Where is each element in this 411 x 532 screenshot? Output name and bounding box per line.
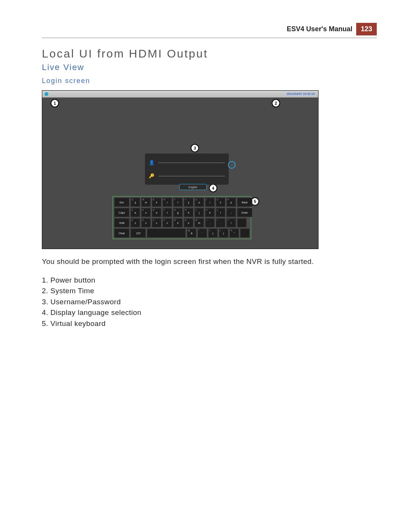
keyboard-key[interactable]: )] — [219, 228, 228, 238]
kb-row-4: Clear123&@'*([)]"% — [114, 228, 250, 238]
callout-3: 3 — [191, 144, 199, 152]
page-header: ESV4 User's Manual 123 — [42, 23, 377, 35]
manual-title: ESV4 User's Manual — [287, 25, 356, 33]
callout-list: 1. Power button 2. System Time 3. Userna… — [42, 275, 377, 329]
language-value: English — [189, 186, 198, 189]
keyboard-key[interactable]: dD — [152, 208, 161, 217]
keyboard-key[interactable]: zZ — [131, 218, 140, 227]
window-top-bar — [42, 91, 318, 97]
keyboard-key[interactable]: ,< — [205, 218, 215, 227]
keyboard-key[interactable]: lL — [216, 208, 225, 217]
keyboard-key[interactable]: &@ — [187, 228, 196, 238]
keyboard-key[interactable]: Back — [237, 198, 252, 207]
list-item: 5. Virtual keyboard — [42, 318, 377, 329]
kb-row-2: CapsaAsSdDfFgGhHjJkKlL;:Enter — [114, 208, 250, 217]
keyboard-key[interactable]: Caps — [114, 208, 129, 217]
keyboard-key[interactable]: Clear — [114, 228, 129, 238]
keyboard-key[interactable]: oO — [216, 198, 225, 207]
key-icon: 🔑 — [149, 173, 155, 179]
keyboard-key[interactable]: Shift — [114, 218, 129, 227]
password-field[interactable] — [158, 176, 225, 176]
keyboard-key[interactable] — [240, 228, 250, 238]
kb-row-1: EscqQwWeErRtTyYuUiIoOpPBack — [114, 198, 250, 207]
keyboard-key[interactable]: iI — [205, 198, 215, 207]
callout-4: 4 — [209, 184, 217, 192]
keyboard-key[interactable]: xX — [141, 218, 151, 227]
virtual-keyboard: EscqQwWeErRtTyYuUiIoOpPBack CapsaAsSdDfF… — [113, 196, 251, 239]
keyboard-key[interactable] — [237, 218, 247, 227]
subsection-title: Live View — [42, 62, 377, 72]
keyboard-key[interactable]: aA — [131, 208, 140, 217]
intro-paragraph: You should be prompted with the login sc… — [42, 257, 377, 267]
keyboard-key[interactable] — [147, 228, 186, 238]
system-time: 2012/03/07 19:32:14 — [286, 92, 316, 96]
keyboard-key[interactable]: ;: — [226, 208, 236, 217]
user-icon: 👤 — [149, 160, 155, 165]
keyboard-key[interactable]: yY — [184, 198, 193, 207]
keyboard-key[interactable]: fF — [162, 208, 172, 217]
list-item: 4. Display language selection — [42, 307, 377, 318]
keyboard-key[interactable]: sS — [141, 208, 151, 217]
keyboard-key[interactable]: pP — [226, 198, 236, 207]
keyboard-key[interactable]: mM — [194, 218, 204, 227]
keyboard-key[interactable]: kK — [205, 208, 215, 217]
callout-2: 2 — [272, 99, 280, 107]
keyboard-key[interactable]: /? — [226, 218, 236, 227]
language-select[interactable]: English — [179, 184, 207, 190]
keyboard-key[interactable]: uU — [194, 198, 204, 207]
username-field[interactable] — [158, 162, 225, 163]
keyboard-key[interactable]: jJ — [194, 208, 204, 217]
keyboard-key[interactable]: eE — [152, 198, 161, 207]
kb-row-3: ShiftzZxXcCvVbBnNmM,<.>/? — [114, 218, 250, 227]
keyboard-key[interactable]: "% — [229, 228, 239, 238]
keyboard-key[interactable]: Enter — [237, 208, 252, 217]
keyboard-key[interactable]: bB — [173, 218, 183, 227]
power-button-icon[interactable] — [45, 92, 48, 96]
header-rule — [42, 38, 377, 38]
list-item: 1. Power button — [42, 275, 377, 286]
page-number: 123 — [356, 23, 377, 35]
keyboard-key[interactable]: cC — [152, 218, 161, 227]
login-panel: 👤 🔑 → — [145, 153, 229, 185]
login-screenshot: 2012/03/07 19:32:14 1 2 3 4 5 👤 🔑 → Engl… — [42, 90, 319, 249]
keyboard-key[interactable]: tT — [173, 198, 183, 207]
keyboard-key[interactable]: rR — [162, 198, 172, 207]
keyboard-key[interactable]: gG — [173, 208, 183, 217]
keyboard-key[interactable]: vV — [162, 218, 172, 227]
list-item: 2. System Time — [42, 286, 377, 297]
keyboard-key[interactable]: .> — [216, 218, 225, 227]
keyboard-key[interactable]: ([ — [208, 228, 218, 238]
keyboard-key[interactable]: 123 — [131, 228, 146, 238]
keyboard-key[interactable]: hH — [184, 208, 193, 217]
keyboard-key[interactable]: wW — [141, 198, 151, 207]
keyboard-key[interactable]: '* — [198, 228, 207, 238]
subsubsection-title: Login screen — [42, 77, 377, 85]
login-submit-icon[interactable]: → — [228, 161, 236, 169]
section-title: Local UI from HDMI Output — [42, 47, 377, 60]
keyboard-key[interactable]: qQ — [131, 198, 140, 207]
list-item: 3. Username/Password — [42, 297, 377, 308]
keyboard-key[interactable]: nN — [184, 218, 193, 227]
keyboard-key[interactable]: Esc — [114, 198, 129, 207]
callout-1: 1 — [51, 99, 59, 107]
